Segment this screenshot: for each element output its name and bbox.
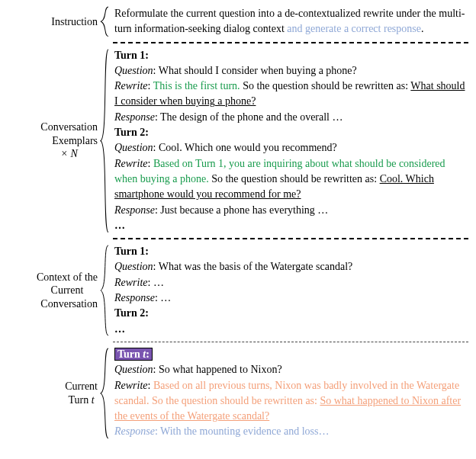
instruction-period: . <box>421 23 424 34</box>
exemplar-turn2-rewrite: Rewrite: Based on Turn 1, you are inquir… <box>114 156 468 203</box>
context-turn1-q-label: Question <box>114 261 153 272</box>
exemplar-turn2-resp-text: : Just because a phone has everything … <box>155 204 328 216</box>
label-current-line1: Current <box>65 380 98 393</box>
context-turn2-header: Turn 2: <box>114 306 468 321</box>
exemplar-turn1-r-green: This is the first turn. <box>153 80 240 91</box>
context-ellipsis: … <box>114 322 468 337</box>
current-response: Response: With the mounting evidence and… <box>114 424 468 439</box>
label-current: Current Turn t <box>8 347 99 440</box>
current-resp-pre: : <box>155 425 160 437</box>
exemplar-turn2-response: Response: Just because a phone has every… <box>114 203 468 218</box>
content-current: Turn t: Question: So what happened to Ni… <box>111 347 468 440</box>
label-context: Context of the Current Conversation <box>8 244 99 337</box>
current-r-label: Rewrite <box>114 380 148 391</box>
exemplar-turn2-q-text: : Cool. Which one would you recommend? <box>153 142 337 153</box>
context-turn1-response: Response: … <box>114 290 468 306</box>
exemplar-turn2-resp-label: Response <box>114 204 155 216</box>
context-turn1-header: Turn 1: <box>114 244 468 259</box>
label-instruction-text: Instruction <box>51 15 98 29</box>
section-current: Current Turn t Turn t: Question: So what… <box>8 347 468 440</box>
label-context-line3: Conversation <box>37 297 98 311</box>
current-question: Question: So what happened to Nixon? <box>114 362 468 377</box>
exemplar-turn2-r-mid: So the question should be rewritten as: <box>209 173 380 185</box>
exemplar-turn1-r-label: Rewrite <box>114 80 148 91</box>
current-resp-blue: With the mounting evidence and loss… <box>160 425 329 437</box>
label-exemplars-line3: × N <box>61 148 78 159</box>
brace-current <box>99 347 111 440</box>
section-context: Context of the Current Conversation Turn… <box>8 244 468 337</box>
label-context-line1: Context of the <box>37 271 98 284</box>
divider-2 <box>113 238 468 239</box>
context-turn1-r-text: : … <box>148 277 164 288</box>
exemplar-turn1-resp-text: : The design of the phone and the overal… <box>155 111 343 123</box>
exemplar-turn1-r-pre: : <box>148 80 153 91</box>
exemplar-turn2-r-pre: : <box>148 158 153 169</box>
label-instruction: Instruction <box>8 6 99 37</box>
section-instruction: Instruction Reformulate the current ques… <box>8 6 468 37</box>
turn-t-pre: Turn <box>117 348 143 360</box>
instruction-blue: and generate a correct response <box>287 23 421 34</box>
context-turn1-r-label: Rewrite <box>114 277 148 288</box>
exemplar-turn1-q-label: Question <box>114 65 153 76</box>
exemplar-turn2-r-label: Rewrite <box>114 158 148 169</box>
section-exemplars: Conversation Exemplars × N Turn 1: Quest… <box>8 48 468 234</box>
exemplar-turn1-q-text: : What should I consider when buying a p… <box>153 65 357 76</box>
exemplar-turn1-question: Question: What should I consider when bu… <box>114 63 468 79</box>
label-exemplars-line1: Conversation <box>40 120 98 134</box>
content-exemplars: Turn 1: Question: What should I consider… <box>111 48 468 234</box>
brace-instruction <box>99 6 111 37</box>
label-context-line2: Current <box>37 284 98 297</box>
current-q-text: : So what happened to Nixon? <box>153 364 282 375</box>
current-r-pre: : <box>148 380 153 391</box>
turn-t-badge: Turn t: <box>114 348 153 361</box>
exemplar-turn1-header: Turn 1: <box>114 48 468 63</box>
exemplar-turn1-r-mid: So the question should be rewritten as: <box>240 80 411 91</box>
exemplar-ellipsis: … <box>114 218 468 233</box>
label-exemplars: Conversation Exemplars × N <box>8 48 99 234</box>
content-context: Turn 1: Question: What was the basis of … <box>111 244 468 337</box>
exemplar-turn1-response: Response: The design of the phone and th… <box>114 110 468 125</box>
content-instruction: Reformulate the current question into a … <box>111 6 468 37</box>
exemplar-turn2-header: Turn 2: <box>114 125 468 140</box>
context-turn1-resp-label: Response <box>114 292 155 303</box>
current-rewrite: Rewrite: Based on all previous turns, Ni… <box>114 378 468 425</box>
divider-1 <box>113 42 468 43</box>
brace-exemplars <box>99 48 111 234</box>
turn-t-post: : <box>146 348 150 360</box>
divider-3 <box>113 342 468 342</box>
current-q-label: Question <box>114 364 153 375</box>
label-exemplars-line2: Exemplars <box>40 134 98 148</box>
label-current-line2: Turn t <box>69 394 95 406</box>
exemplar-turn2-q-label: Question <box>114 142 153 153</box>
context-turn1-question: Question: What was the basis of the Wate… <box>114 259 468 274</box>
exemplar-turn1-resp-label: Response <box>114 111 155 123</box>
exemplar-turn1-rewrite: Rewrite: This is the first turn. So the … <box>114 79 468 110</box>
context-turn1-resp-text: : … <box>155 292 171 303</box>
current-resp-label: Response <box>114 425 155 437</box>
exemplar-turn2-question: Question: Cool. Which one would you reco… <box>114 140 468 156</box>
brace-context <box>99 244 111 337</box>
current-turn-header: Turn t: <box>114 347 468 362</box>
context-turn1-q-text: : What was the basis of the Watergate sc… <box>153 261 353 272</box>
context-turn1-rewrite: Rewrite: … <box>114 275 468 290</box>
